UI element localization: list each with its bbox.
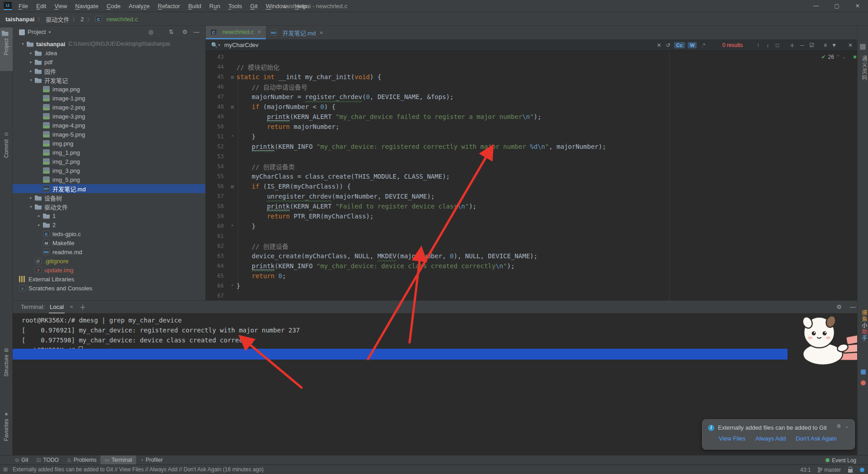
code-line[interactable]: 45⊟static int __init my_char_init(void) … (206, 72, 857, 82)
search-options-icon[interactable]: ≡ (824, 42, 827, 48)
menu-item-file[interactable]: File (14, 0, 32, 12)
git-branch-widget[interactable]: master (818, 467, 841, 473)
status-message[interactable]: Externally added files can be added to G… (13, 465, 264, 474)
tree-row-leds-gpio.c[interactable]: Cleds-gpio.c (13, 229, 206, 238)
notification-action-always-add[interactable]: Always Add (755, 435, 786, 442)
chevron-up-icon[interactable]: ⌃ (836, 55, 840, 59)
tree-row-img_3.png[interactable]: img_3.png (13, 166, 206, 175)
menu-item-navigate[interactable]: Navigate (71, 0, 102, 12)
close-find-icon[interactable]: ✕ (848, 42, 853, 48)
prev-occurrence-icon[interactable]: ↑ (757, 42, 760, 48)
tree-row-驱动文件[interactable]: ▾驱动文件 (13, 202, 206, 211)
caret-position[interactable]: 43:1 (800, 467, 811, 473)
code-line[interactable]: 52 printk(KERN_INFO "my_char_device: reg… (206, 142, 857, 152)
tree-chevron-icon[interactable]: ▸ (27, 195, 35, 200)
tree-row-update.img[interactable]: ?update.img (13, 265, 206, 275)
tree-chevron-icon[interactable]: ▸ (35, 223, 43, 227)
project-panel-title[interactable]: Project ▾ (19, 26, 51, 38)
tree-row-image-4.png[interactable]: image-4.png (13, 121, 206, 130)
clear-search-icon[interactable]: ✕ (657, 42, 661, 48)
close-button[interactable]: ✕ (847, 0, 868, 12)
fold-marker[interactable]: ⌃ (228, 224, 236, 229)
locate-file-icon[interactable]: ◎ (148, 26, 153, 38)
code-line[interactable]: 61 (206, 231, 857, 241)
menu-item-analyze[interactable]: Analyze (125, 0, 154, 12)
menu-item-edit[interactable]: Edit (32, 0, 50, 12)
tab-newchrled-c[interactable]: C newchrled.c ✕ (206, 26, 266, 39)
code-line[interactable]: 64 printk(KERN_INFO "my_char_device: dev… (206, 261, 857, 271)
code-line[interactable]: 57 unregister_chrdev(majorNumber, DEVICE… (206, 191, 857, 201)
gear-icon[interactable]: ⚙ (182, 26, 188, 38)
tree-row-taishanpai[interactable]: ▾taishanpaiC:\Users\QINGJUE\Desktop\git\… (13, 39, 206, 48)
tree-chevron-icon[interactable]: ▾ (27, 204, 35, 209)
gear-icon[interactable]: ⚙ (836, 423, 841, 429)
tool-window-button-problems[interactable]: ⚠Problems (63, 455, 101, 465)
search-history-icon[interactable]: ↺ (666, 42, 670, 48)
tree-row-.gitignore[interactable]: ∅.gitignore (13, 256, 206, 265)
close-icon[interactable]: ✕ (70, 301, 73, 313)
tool-window-button-terminal[interactable]: ▭Terminal (100, 455, 136, 465)
next-occurrence-icon[interactable]: ↓ (766, 42, 769, 48)
code-line[interactable]: 54 // 创建设备类 (206, 161, 857, 171)
tree-row-External Libraries[interactable]: External Libraries (13, 275, 206, 284)
fold-marker[interactable]: ⊟ (228, 75, 236, 80)
stripe-tab-project[interactable]: Project (0, 28, 13, 71)
stripe-tab-ai-assistant[interactable]: 通义灵码 (860, 56, 868, 81)
breadcrumb-item[interactable]: 驱动文件 (46, 15, 69, 24)
tree-row-Makefile[interactable]: MMakefile (13, 238, 206, 247)
fold-marker[interactable]: ⌃ (228, 134, 236, 139)
tree-row-Scratches and Consoles[interactable]: ≡Scratches and Consoles (13, 284, 206, 293)
in-selection-icon[interactable]: □ (776, 42, 779, 48)
breadcrumb-item[interactable]: 2 (80, 16, 84, 23)
search-input[interactable]: myCharCdev (224, 42, 259, 48)
tree-row-开发笔记.md[interactable]: MD开发笔记.md (13, 184, 206, 193)
tool-window-button-profiler[interactable]: ◔Profiler (136, 455, 167, 465)
fold-marker[interactable]: ⊟ (228, 104, 236, 109)
menu-item-tools[interactable]: Tools (224, 0, 246, 12)
tree-row-image.png[interactable]: image.png (13, 85, 206, 94)
filter-funnel-icon[interactable]: ▼ (831, 42, 837, 48)
tree-row-image-3.png[interactable]: image-3.png (13, 112, 206, 121)
stripe-mini-icon-red[interactable] (861, 380, 866, 385)
breadcrumb-item[interactable]: taishanpai (5, 16, 34, 23)
menu-item-refactor[interactable]: Refactor (154, 0, 184, 12)
tool-window-switcher-icon[interactable]: ⊞ (3, 466, 8, 473)
tree-row-readme.md[interactable]: MDreadme.md (13, 247, 206, 256)
code-line[interactable]: 62 // 创建设备 (206, 241, 857, 251)
plugin-icon[interactable] (860, 44, 866, 50)
fold-marker[interactable]: ⌃ (228, 284, 236, 289)
chevron-down-icon[interactable]: ⌄ (842, 55, 845, 59)
tool-window-button-todo[interactable]: ☑TODO (33, 455, 63, 465)
menu-item-code[interactable]: Code (103, 0, 125, 12)
inspection-widget[interactable]: ✔ 26 ⌃ ⌄ (821, 54, 845, 60)
tree-row-image-1.png[interactable]: image-1.png (13, 94, 206, 103)
stripe-mini-icon-blue[interactable] (861, 370, 866, 374)
tree-row-image-5.png[interactable]: image-5.png (13, 130, 206, 139)
tree-row-1[interactable]: ▸1 (13, 211, 206, 220)
code-line[interactable]: 44// 模块初始化 (206, 62, 857, 72)
tree-chevron-icon[interactable]: ▾ (27, 78, 35, 82)
code-line[interactable]: 43 (206, 52, 857, 62)
menu-item-run[interactable]: Run (205, 0, 224, 12)
tree-chevron-icon[interactable]: ▸ (27, 51, 35, 55)
menu-item-view[interactable]: View (50, 0, 71, 12)
close-icon[interactable]: ✕ (319, 30, 323, 35)
code-line[interactable]: 53 (206, 152, 857, 161)
tree-chevron-icon[interactable]: ▾ (19, 42, 27, 46)
tree-row-2[interactable]: ▸2 (13, 220, 206, 229)
tree-row-img.png[interactable]: img.png (13, 139, 206, 148)
event-log-button[interactable]: Event Log (826, 455, 856, 465)
tree-row-pdf[interactable]: ▸pdf (13, 57, 206, 66)
match-case-toggle[interactable]: Cc (674, 42, 685, 48)
tool-window-button-git[interactable]: ⊙Git (11, 455, 33, 465)
code-line[interactable]: 63 device_create(myCharClass, NULL, MKDE… (206, 251, 857, 261)
tree-row-img_2.png[interactable]: img_2.png (13, 157, 206, 166)
code-line[interactable]: 47 majorNumber = register_chrdev(0, DEVI… (206, 92, 857, 102)
notification-action-view-files[interactable]: View Files (719, 435, 745, 442)
expand-collapse-icon[interactable]: ⇅ (169, 26, 174, 38)
code-line[interactable]: 49 printk(KERN_ALERT "my_char_device fai… (206, 112, 857, 122)
tree-row-开发笔记[interactable]: ▾开发笔记 (13, 76, 206, 85)
notification-action-don-t-ask-again[interactable]: Don't Ask Again (796, 435, 837, 442)
menu-item-build[interactable]: Build (184, 0, 205, 12)
code-line[interactable]: 60⌃ } (206, 221, 857, 231)
